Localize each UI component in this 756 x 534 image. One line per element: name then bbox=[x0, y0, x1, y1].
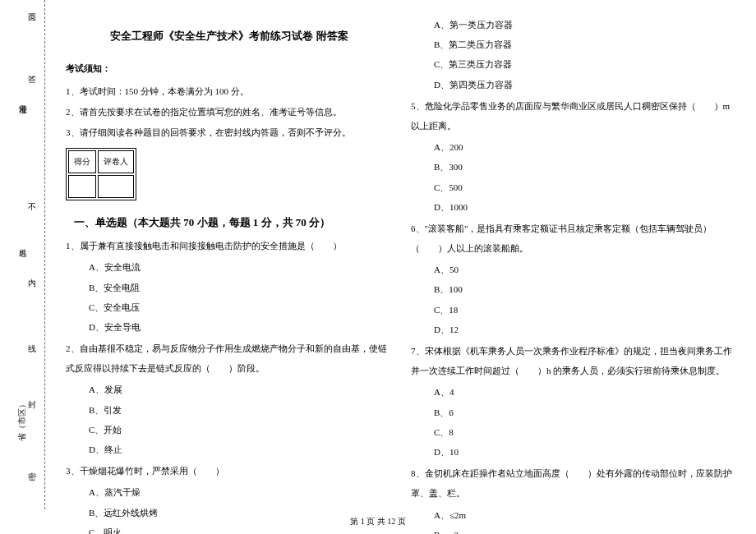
binding-seal: 封 bbox=[28, 399, 36, 411]
option: C、18 bbox=[411, 300, 738, 320]
notice-heading: 考试须知： bbox=[66, 58, 393, 78]
option: B、300 bbox=[411, 157, 738, 177]
option: A、50 bbox=[411, 260, 738, 279]
option: C、8 bbox=[411, 422, 738, 442]
binding-margin: 圆 答 准考证号 不 姓名 内 线 封 省（市区） 密 bbox=[0, 0, 45, 509]
option: A、第一类压力容器 bbox=[411, 15, 738, 35]
question-stem: 6、"滚装客船"，是指具有乘客定额证书且核定乘客定额（包括车辆驾驶员）（ ）人以… bbox=[411, 219, 738, 258]
option: C、500 bbox=[411, 177, 738, 197]
option: A、发展 bbox=[66, 380, 393, 399]
option: B、安全电阻 bbox=[66, 278, 393, 297]
option: B、第二类压力容器 bbox=[411, 35, 738, 54]
score-table: 得分 评卷人 bbox=[66, 148, 136, 200]
option: B、6 bbox=[411, 403, 738, 422]
binding-line: 线 bbox=[28, 343, 36, 355]
notice-item: 2、请首先按要求在试卷的指定位置填写您的姓名、准考证号等信息。 bbox=[66, 102, 393, 122]
option: D、10 bbox=[411, 442, 738, 462]
question-stem: 8、金切机床在距操作者站立地面高度（ ）处有外露的传动部位时，应装防护罩、盖、栏… bbox=[411, 463, 738, 503]
option: D、1000 bbox=[411, 197, 738, 217]
question-stem: 7、宋体根据《机车乘务人员一次乘务作业程序标准》的规定，担当夜间乘务工作并一次连… bbox=[411, 341, 738, 380]
section-heading: 一、单选题（本大题共 70 小题，每题 1 分，共 70 分） bbox=[74, 211, 330, 235]
option: A、蒸汽干燥 bbox=[66, 482, 393, 502]
score-got-label: 得分 bbox=[68, 150, 96, 173]
binding-province-label: 省（市区） bbox=[16, 400, 28, 441]
option: D、终止 bbox=[66, 440, 393, 459]
option: B、引发 bbox=[66, 400, 393, 420]
option: D、12 bbox=[411, 320, 738, 339]
notice-item: 1、考试时间：150 分钟，本卷满分为 100 分。 bbox=[66, 81, 393, 101]
question-stem: 3、干燥烟花爆竹时，严禁采用（ ） bbox=[66, 461, 393, 481]
question-stem: 1、属于兼有直接接触电击和间接接触电击防护的安全措施是（ ） bbox=[66, 236, 393, 255]
binding-inside: 内 bbox=[28, 278, 36, 289]
binding-answer: 答 bbox=[28, 74, 36, 85]
notice-item: 3、请仔细阅读各种题目的回答要求，在密封线内答题，否则不予评分。 bbox=[66, 122, 393, 142]
option: D、安全导电 bbox=[66, 317, 393, 337]
column-left: 安全工程师《安全生产技术》考前练习试卷 附答案 考试须知： 1、考试时间：150… bbox=[66, 15, 393, 534]
question-stem: 2、自由基很不稳定，易与反应物分子作用生成燃烧产物分子和新的自由基，使链式反应得… bbox=[66, 338, 393, 378]
column-right: A、第一类压力容器 B、第二类压力容器 C、第三类压力容器 D、第四类压力容器 … bbox=[411, 15, 738, 534]
page-footer: 第 1 页 共 12 页 bbox=[0, 516, 756, 527]
score-row: 得分 评卷人 一、单选题（本大题共 70 小题，每题 1 分，共 70 分） bbox=[66, 143, 393, 234]
option: A、安全电流 bbox=[66, 257, 393, 277]
option: C、第三类压力容器 bbox=[411, 54, 738, 74]
score-grader-label: 评卷人 bbox=[98, 150, 134, 173]
option: A、200 bbox=[411, 137, 738, 157]
option: C、安全电压 bbox=[66, 297, 393, 317]
option: A、4 bbox=[411, 382, 738, 402]
binding-secret: 密 bbox=[28, 472, 36, 483]
question-stem: 5、危险化学品零售业务的店面应与繁华商业区或居民人口稠密区保持（ ）m 以上距离… bbox=[411, 96, 738, 136]
binding-no: 不 bbox=[28, 201, 36, 213]
option: C、开始 bbox=[66, 420, 393, 440]
option: B、100 bbox=[411, 279, 738, 299]
binding-circle: 圆 bbox=[28, 12, 36, 23]
option: D、第四类压力容器 bbox=[411, 75, 738, 94]
exam-title: 安全工程师《安全生产技术》考前练习试卷 附答案 bbox=[66, 25, 393, 48]
